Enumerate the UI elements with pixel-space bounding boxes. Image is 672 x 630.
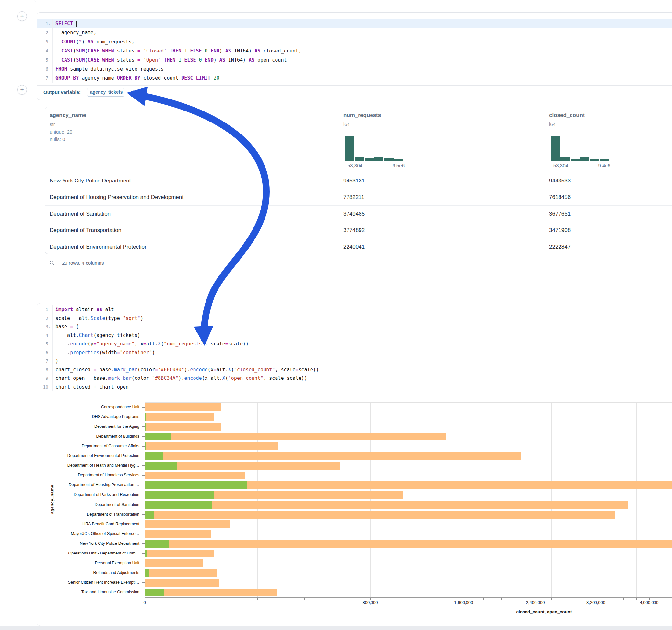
column-name: num_requests [343, 107, 381, 119]
y-tick [142, 543, 145, 544]
table-row[interactable]: Department of Environmental Protection22… [45, 239, 672, 255]
x-tick [567, 598, 567, 600]
code-line[interactable]: 5 CAST(SUM(CASE WHEN status = 'Open' THE… [37, 55, 672, 65]
code-line[interactable]: 8chart_closed = base.mark_bar(color="#FF… [37, 366, 672, 374]
add-cell-button-middle[interactable]: + [17, 85, 27, 95]
plus-icon: + [20, 86, 24, 93]
column-type: i64 [549, 119, 585, 127]
x-axis-label: 0 [143, 600, 146, 605]
x-tick [443, 598, 444, 600]
code-line[interactable]: 2scale = alt.Scale(type="sqrt") [37, 314, 672, 323]
histogram-bar [590, 159, 599, 161]
open_count-bar [145, 423, 146, 431]
x-tick [370, 598, 371, 600]
histogram-bar [600, 159, 609, 161]
closed_count-bar [145, 433, 447, 440]
x-tick [610, 598, 610, 600]
y-axis-label: HRA Benefit Card Replacement [37, 519, 139, 529]
code-line[interactable]: 5 .encode(y="agency_name", x=alt.X("num_… [37, 340, 672, 348]
histogram-bar [551, 137, 560, 161]
output-variable-pill[interactable]: agency_tickets [87, 88, 124, 97]
column-stat-nulls: nulls: 0 [50, 135, 86, 142]
code-line[interactable]: 1import altair as alt [37, 305, 672, 314]
line-number: 8 [37, 366, 52, 374]
histogram-bar [571, 159, 580, 161]
column-histogram [345, 137, 403, 161]
x-tick [649, 598, 650, 600]
open_count-bar [145, 491, 214, 499]
table-row[interactable]: New York City Police Department945313194… [45, 173, 672, 189]
next-cell-edge [0, 626, 672, 630]
chevron-down-icon[interactable]: ⌄ [49, 322, 51, 331]
gridline [443, 403, 443, 597]
output-variable-row: Output variable: agency_tickets [37, 85, 672, 100]
table-row[interactable]: Department of Sanitation37494853677651 [45, 205, 672, 222]
y-tick [142, 582, 145, 583]
line-number: 2 [37, 314, 52, 323]
table-row[interactable]: Department of Transportation377489234719… [45, 222, 672, 239]
column-header-num-requests[interactable]: num_requests i64 53,304 9.5e6 [343, 107, 381, 127]
y-tick [142, 407, 145, 408]
code-line[interactable]: 7) [37, 357, 672, 366]
closed_count-bar [145, 471, 245, 479]
search-icon[interactable] [49, 260, 55, 266]
text-cursor [76, 21, 77, 27]
gridline [535, 403, 536, 597]
add-cell-button-top[interactable]: + [17, 11, 27, 21]
gridline [581, 403, 582, 597]
gridline [370, 403, 370, 597]
notebook-page: + + 1⌄SELECT 2 agency_name,3 COUNT(*) AS… [0, 0, 672, 630]
table-cell: 2240041 [343, 239, 365, 255]
column-header-closed-count[interactable]: closed_count i64 53,304 9.4e6 [549, 107, 585, 127]
code-line[interactable]: 10chart_closed + chart_open [37, 383, 672, 391]
code-line[interactable]: 4 alt.Chart(agency_tickets) [37, 331, 672, 340]
code-line[interactable]: 3 COUNT(*) AS num_requests, [37, 37, 672, 46]
closed_count-bar [145, 579, 219, 587]
y-axis-label: New York City Police Department [37, 539, 139, 548]
code-line[interactable]: 6 .properties(width="container") [37, 348, 672, 357]
closed_count-bar [145, 559, 203, 567]
closed_count-bar [145, 569, 217, 577]
line-number: 4 [37, 331, 52, 340]
line-number: 10 [37, 383, 52, 391]
code-line[interactable]: 6FROM sample_data.nyc.service_requests [37, 65, 672, 74]
y-axis-label: Personal Exemption Unit [37, 558, 139, 568]
y-axis-label: Department for the Aging [37, 421, 139, 431]
x-tick [551, 598, 552, 600]
y-tick [142, 427, 145, 427]
x-tick [483, 598, 484, 600]
python-code-editor[interactable]: 1import altair as alt2scale = alt.Scale(… [37, 305, 672, 391]
line-number: 6 [37, 65, 52, 74]
table-cell: 7782211 [343, 189, 364, 205]
open_count-bar [145, 511, 154, 518]
x-tick [519, 598, 519, 600]
table-body: New York City Police Department945313194… [45, 173, 672, 255]
open_count-bar [145, 413, 146, 421]
sql-code-editor[interactable]: 1⌄SELECT 2 agency_name,3 COUNT(*) AS num… [37, 19, 672, 83]
open_count-bar [145, 588, 164, 596]
code-line[interactable]: 7GROUP BY agency_name ORDER BY closed_co… [37, 74, 672, 83]
code-line[interactable]: 4 CAST(SUM(CASE WHEN status = 'Closed' T… [37, 46, 672, 55]
column-histogram [551, 137, 609, 161]
y-tick [142, 456, 145, 456]
closed_count-bar [145, 540, 672, 548]
x-axis-label: 4,000,000 [640, 600, 658, 605]
gridline [519, 403, 519, 597]
y-axis-label: Taxi and Limousine Commission [37, 587, 139, 597]
column-header-agency-name[interactable]: agency_name str unique: 20 nulls: 0 [50, 107, 86, 142]
table-row[interactable]: Department of Housing Preservation and D… [45, 189, 672, 205]
table-cell: Department of Sanitation [50, 206, 111, 222]
x-tick [637, 598, 637, 600]
gridline [551, 403, 552, 597]
column-type: str [50, 119, 86, 127]
code-line[interactable]: 2 agency_name, [37, 28, 672, 37]
open_count-bar [145, 462, 177, 469]
gridline [397, 403, 397, 597]
table-cell: 3749485 [343, 206, 365, 222]
y-tick [142, 485, 145, 485]
chevron-down-icon[interactable]: ⌄ [49, 19, 51, 28]
table-cell: 2222847 [549, 239, 571, 255]
code-line[interactable]: 3⌄base = ( [37, 322, 672, 331]
code-line[interactable]: 1⌄SELECT [37, 19, 672, 28]
code-line[interactable]: 9chart_open = base.mark_bar(color="#8BC3… [37, 374, 672, 383]
